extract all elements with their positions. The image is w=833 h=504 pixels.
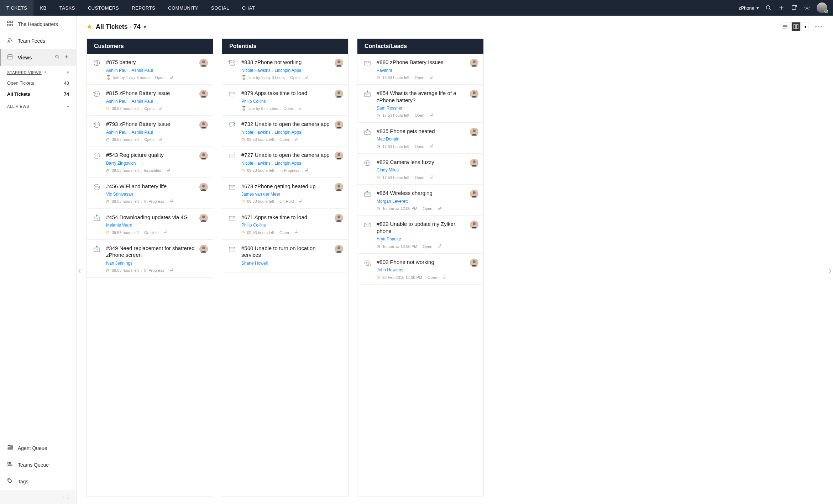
sidebar-filter-open-tickets[interactable]: Open Tickets43 (0, 78, 76, 89)
sidebar-filter-all-tickets[interactable]: All Tickets74 (0, 89, 76, 100)
ticket-card[interactable]: #454 Downloading updates via 4G Melanie … (87, 209, 213, 240)
card-link[interactable]: Sam Rossner (377, 106, 403, 111)
sidebar-agent-queue[interactable]: Agent Queue (0, 440, 76, 456)
card-link[interactable]: John Hawkins (377, 267, 403, 272)
assignee-avatar[interactable] (199, 59, 208, 67)
card-link[interactable]: Linchpin Apps (274, 68, 301, 73)
card-link[interactable]: Philip Collins (241, 223, 266, 228)
card-link[interactable]: Linchpin Apps (274, 161, 301, 166)
star-icon[interactable]: ★ (87, 23, 92, 31)
sidebar-hq[interactable]: The Headquarters (0, 16, 76, 32)
assignee-avatar[interactable] (470, 190, 478, 198)
ticket-card[interactable]: #835 Phone gets heated Mac Donald ◷17:53… (357, 123, 483, 154)
card-link[interactable]: Nicole Hawkins (241, 161, 271, 166)
ticket-card[interactable]: #875 battery Ashlin Paul.Ashlin Paul ⌛la… (87, 54, 213, 85)
ticket-card[interactable]: #815 zPhone Battery issue Ashlin Paul.As… (87, 85, 213, 116)
ticket-card[interactable]: #727 Unable to open the camera app Nicol… (222, 147, 348, 177)
search-icon[interactable] (765, 5, 772, 11)
ticket-card[interactable]: #829 Camera lens fuzzy Cindy Miles ◷17:5… (357, 154, 483, 185)
search-views-icon[interactable] (55, 54, 60, 60)
assignee-avatar[interactable] (470, 59, 478, 67)
sidebar-feeds[interactable]: Team Feeds (0, 32, 76, 49)
ticket-card[interactable]: #864 Wireless charging Morgan Leverett ◷… (357, 185, 483, 216)
nav-tab-community[interactable]: COMMUNITY (162, 0, 205, 16)
assignee-avatar[interactable] (470, 128, 478, 136)
assignee-avatar[interactable] (335, 183, 343, 191)
scroll-left-arrow[interactable]: ‹ (78, 265, 81, 276)
assignee-avatar[interactable] (335, 245, 343, 253)
assignee-avatar[interactable] (335, 90, 343, 98)
ticket-card[interactable]: #671 Apps take time to load Philip Colli… (222, 209, 348, 240)
card-link[interactable]: Ashlin Paul (131, 99, 153, 104)
card-link[interactable]: Ashlin Paul (131, 68, 153, 73)
list-view-toggle[interactable] (781, 22, 790, 31)
nav-tab-chat[interactable]: CHAT (236, 0, 261, 16)
ticket-card[interactable]: #543 Reg picture quality Barry Zingovich… (87, 147, 213, 177)
scroll-right-arrow[interactable]: › (828, 265, 832, 276)
collapse-sidebar-button[interactable]: ←⫶ (0, 490, 76, 504)
assignee-avatar[interactable] (335, 152, 343, 160)
nav-tab-reports[interactable]: REPORTS (125, 0, 162, 16)
card-link[interactable]: Shane Howell (241, 261, 268, 266)
card-link[interactable]: Ashlin Paul (106, 130, 127, 135)
gear-icon[interactable] (804, 5, 810, 11)
assignee-avatar[interactable] (199, 245, 208, 253)
card-link[interactable]: Arya Phadke (377, 237, 401, 242)
all-views-section[interactable]: ALL VIEWS ▸ (0, 100, 76, 111)
card-link[interactable]: Cindy Miles (377, 168, 399, 173)
starred-views-section[interactable]: STARRED VIEWS ★ ▾ (0, 66, 76, 78)
title-dropdown-icon[interactable]: ▾ (143, 23, 146, 30)
ticket-card[interactable]: #673 zPhone getting heated up James van … (222, 178, 348, 209)
ticket-card[interactable]: CO #456 WiFi and battery life Vic Sriniv… (87, 178, 213, 209)
nav-tab-kb[interactable]: KB (33, 0, 53, 16)
card-link[interactable]: Ivan Jennings (106, 261, 132, 266)
nav-tab-tasks[interactable]: TASKS (53, 0, 82, 16)
assignee-avatar[interactable] (199, 121, 208, 129)
card-link[interactable]: Ashlin Paul (106, 99, 127, 104)
nav-tab-tickets[interactable]: TICKETS (0, 0, 33, 16)
ticket-card[interactable]: #854 What is the average life of a zPhon… (357, 85, 483, 123)
ticket-card[interactable]: #732 Unable to open the camera app Nicol… (222, 116, 348, 147)
card-link[interactable]: Linchpin Apps (274, 130, 301, 135)
add-view-icon[interactable] (64, 54, 69, 60)
ticket-card[interactable]: #838 zPhone not working Nicole Hawkins.L… (222, 54, 348, 85)
more-actions-icon[interactable]: ••• (815, 23, 823, 30)
nav-tab-social[interactable]: SOCIAL (205, 0, 236, 16)
sidebar-teams-queue[interactable]: Teams Queue (0, 456, 76, 473)
ticket-card[interactable]: #879 Apps take time to load Philip Colli… (222, 85, 348, 116)
assignee-avatar[interactable] (199, 183, 208, 191)
card-link[interactable]: Vic Srinivasan (106, 192, 133, 197)
card-link[interactable]: Nicole Hawkins (241, 68, 271, 73)
assignee-avatar[interactable] (470, 259, 478, 267)
card-link[interactable]: Pavithra (377, 68, 392, 73)
plus-icon[interactable] (778, 5, 785, 11)
card-link[interactable]: Ashlin Paul (131, 130, 153, 135)
assignee-avatar[interactable] (335, 214, 343, 222)
ticket-card[interactable]: #880 zPhone Battery Issues Pavithra ◷17:… (357, 54, 483, 85)
assignee-avatar[interactable] (199, 90, 208, 98)
sidebar-tags[interactable]: Tags (0, 473, 76, 490)
assignee-avatar[interactable] (470, 159, 478, 167)
sidebar-views[interactable]: Views (0, 49, 76, 66)
ticket-card[interactable]: #793 zPhone Battery Issue Ashlin Paul.As… (87, 116, 213, 147)
brand-dropdown[interactable]: zPhone ▾ (739, 5, 759, 11)
assignee-avatar[interactable] (199, 214, 208, 222)
card-link[interactable]: Philip Collins (241, 99, 266, 104)
ticket-card[interactable]: #349 Need replacement for shattered zPho… (87, 240, 213, 278)
ticket-card[interactable]: #560 Unable to turn on location services… (222, 240, 348, 272)
ticket-card[interactable]: #822 Unable to update my Zylker phone Ar… (357, 216, 483, 254)
card-link[interactable]: Barry Zingovich (106, 161, 136, 166)
assignee-avatar[interactable] (335, 59, 343, 67)
card-link[interactable]: Ashlin Paul (106, 68, 127, 73)
assignee-avatar[interactable] (470, 221, 478, 229)
card-link[interactable]: James van der Meer (241, 192, 280, 197)
nav-tab-customers[interactable]: CUSTOMERS (82, 0, 125, 16)
user-avatar[interactable] (817, 2, 827, 13)
assignee-avatar[interactable] (470, 90, 478, 98)
assignee-avatar[interactable] (199, 152, 208, 160)
assignee-avatar[interactable] (335, 121, 343, 129)
view-options-dropdown[interactable]: ▾ (802, 22, 808, 31)
card-link[interactable]: Nicole Hawkins (241, 130, 271, 135)
card-link[interactable]: Morgan Leverett (377, 199, 408, 204)
ticket-card[interactable]: #802 Phone not working John Hawkins ◷28 … (357, 254, 483, 285)
